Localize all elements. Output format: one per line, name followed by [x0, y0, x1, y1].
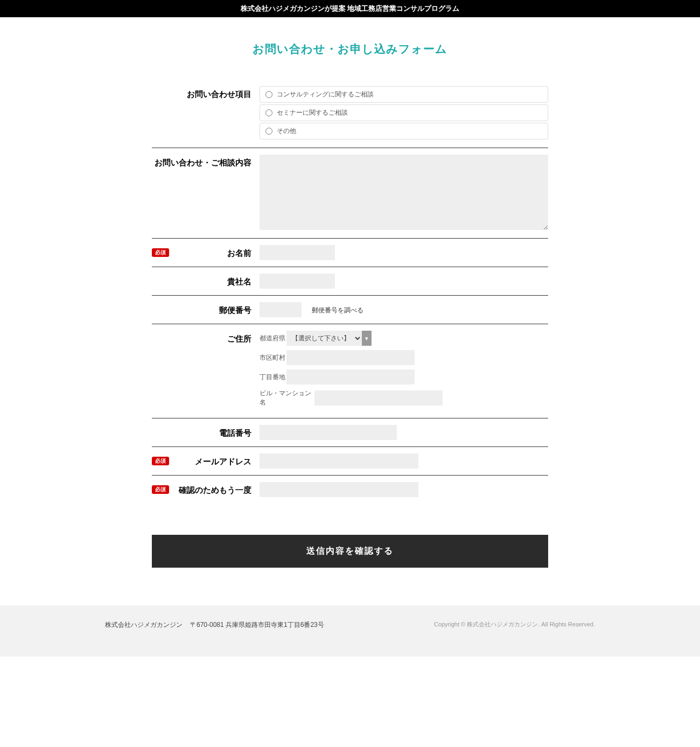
name-input[interactable] [260, 245, 335, 260]
row-name: 必須 お名前 [152, 239, 548, 267]
label-name: お名前 [227, 248, 251, 257]
chevron-down-icon: ▾ [362, 331, 372, 346]
row-email-confirm: 必須 確認のためもう一度 [152, 476, 548, 504]
email-confirm-input[interactable] [260, 482, 418, 497]
top-bar: 株式会社ハジメガカンジンが提案 地域工務店営業コンサルプログラム [0, 0, 700, 17]
radio-label: セミナーに関するご相談 [277, 108, 348, 117]
building-input[interactable] [314, 390, 443, 406]
row-inquiry-type: お問い合わせ項目 コンサルティングに関するご相談 セミナーに関するご相談 その他 [152, 86, 548, 148]
footer: 株式会社ハジメガカンジン 〒670-0081 兵庫県姫路市田寺東1丁目6番23号… [0, 605, 700, 657]
radio-label: その他 [277, 127, 296, 136]
label-prefecture: 都道府県 [260, 334, 286, 343]
prefecture-select[interactable]: 【選択して下さい】 [286, 331, 362, 346]
content-textarea[interactable] [260, 155, 548, 230]
required-badge: 必須 [152, 457, 169, 465]
prefecture-select-wrap[interactable]: 【選択して下さい】 ▾ [286, 331, 372, 346]
row-address: ご住所 都道府県 【選択して下さい】 ▾ 市区町村 丁目番地 ビル・ [152, 324, 548, 418]
radio-input[interactable] [265, 128, 272, 135]
label-zip: 郵便番号 [152, 302, 260, 316]
zip-lookup-link[interactable]: 郵便番号を調べる [312, 306, 363, 314]
required-badge: 必須 [152, 485, 169, 494]
radio-option-other[interactable]: その他 [260, 123, 548, 139]
submit-label: 送信内容を確認する [306, 546, 394, 555]
label-building: ビル・マンション名 [260, 389, 314, 407]
city-input[interactable] [286, 350, 415, 365]
footer-company: 株式会社ハジメガカンジン [105, 620, 183, 630]
email-input[interactable] [260, 453, 418, 469]
row-phone: 電話番号 [152, 418, 548, 447]
contact-form: お問い合わせ項目 コンサルティングに関するご相談 セミナーに関するご相談 その他… [152, 86, 548, 568]
radio-option-seminar[interactable]: セミナーに関するご相談 [260, 104, 548, 121]
footer-copyright: Copyright © 株式会社ハジメガカンジン. All Rights Res… [434, 620, 595, 630]
zip-input[interactable] [260, 302, 302, 317]
label-email: メールアドレス [195, 457, 251, 466]
row-email: 必須 メールアドレス [152, 447, 548, 476]
label-phone: 電話番号 [152, 425, 260, 438]
street-input[interactable] [286, 369, 415, 385]
footer-address: 〒670-0081 兵庫県姫路市田寺東1丁目6番23号 [190, 620, 324, 630]
label-street: 丁目番地 [260, 373, 286, 382]
label-email-confirm: 確認のためもう一度 [179, 485, 251, 494]
form-title: お問い合わせ・お申し込みフォーム [0, 41, 700, 57]
label-inquiry-type: お問い合わせ項目 [152, 86, 260, 100]
radio-option-consulting[interactable]: コンサルティングに関するご相談 [260, 86, 548, 103]
radio-input[interactable] [265, 91, 272, 98]
submit-button[interactable]: 送信内容を確認する [152, 535, 548, 568]
label-company: 貴社名 [152, 274, 260, 287]
row-zip: 郵便番号 郵便番号を調べる [152, 296, 548, 324]
row-content: お問い合わせ・ご相談内容 [152, 148, 548, 239]
required-badge: 必須 [152, 248, 169, 257]
phone-input[interactable] [260, 425, 397, 440]
row-company: 貴社名 [152, 267, 548, 296]
company-input[interactable] [260, 274, 335, 289]
radio-label: コンサルティングに関するご相談 [277, 90, 374, 99]
label-city: 市区町村 [260, 353, 286, 362]
label-address: ご住所 [152, 331, 260, 344]
radio-input[interactable] [265, 109, 272, 116]
label-content: お問い合わせ・ご相談内容 [152, 155, 260, 168]
top-bar-title: 株式会社ハジメガカンジンが提案 地域工務店営業コンサルプログラム [241, 4, 460, 12]
